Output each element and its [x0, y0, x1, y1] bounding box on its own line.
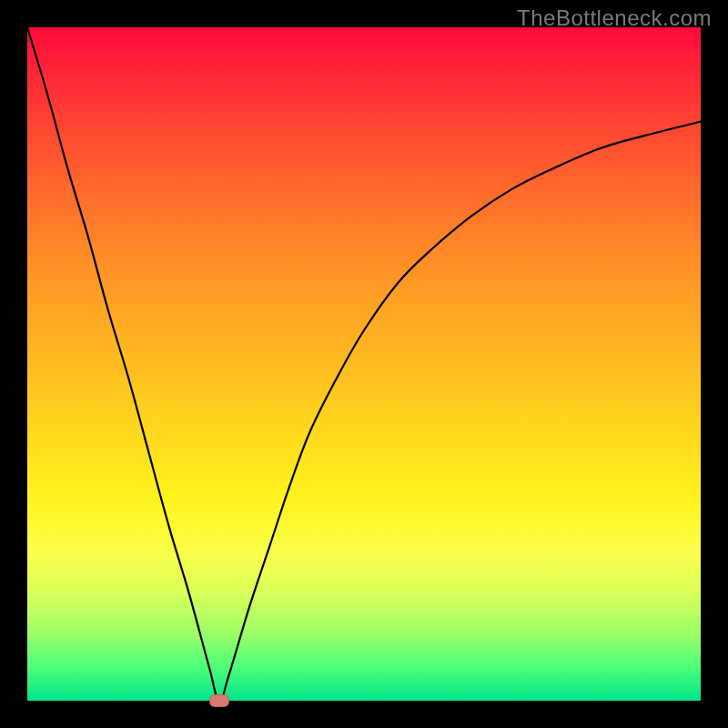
optimal-point-marker: [209, 694, 229, 707]
plot-area: [27, 27, 701, 701]
bottleneck-curve: [27, 27, 701, 701]
chart-frame: TheBottleneck.com: [0, 0, 728, 728]
watermark-text: TheBottleneck.com: [517, 5, 712, 31]
